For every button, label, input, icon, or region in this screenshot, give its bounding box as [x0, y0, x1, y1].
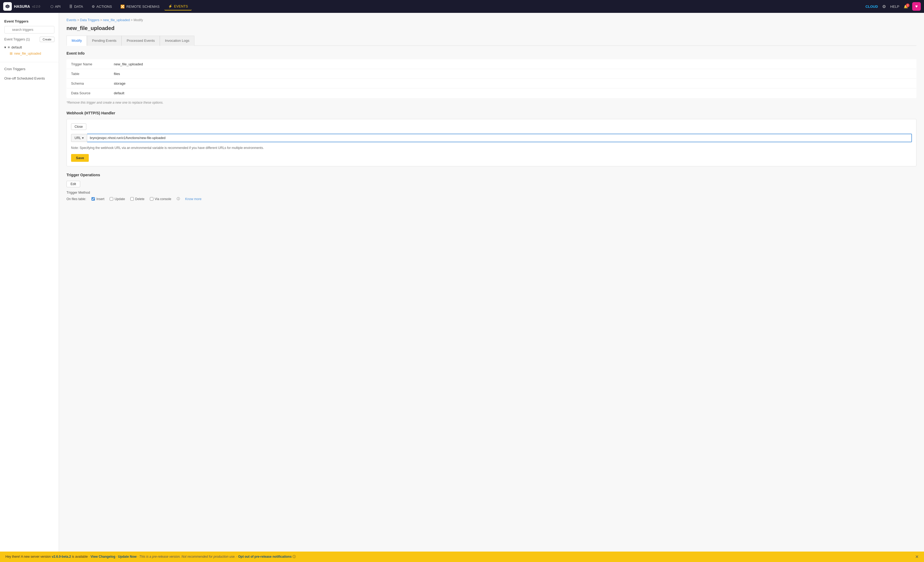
main-content: Events > Data Triggers > new_file_upload… [59, 13, 924, 562]
nav-events[interactable]: ⚡ EVENTS [164, 3, 192, 10]
info-icon-banner: ⓘ [292, 555, 296, 559]
tab-modify[interactable]: Modify [66, 36, 87, 46]
know-more-link[interactable]: Know more [185, 197, 202, 201]
cloud-link[interactable]: CLOUD [866, 4, 878, 9]
table-row: Data Source default [67, 88, 916, 98]
checkbox-via-console[interactable]: Via console [150, 197, 171, 201]
nav-api[interactable]: ⬡ API [46, 3, 64, 10]
event-info-section: Event Info Trigger Name new_file_uploade… [66, 51, 916, 105]
on-files-label: On files table: [66, 197, 86, 201]
view-changelog-link[interactable]: View Changelog [91, 555, 115, 559]
checkbox-update[interactable]: Update [110, 197, 125, 201]
breadcrumb-events[interactable]: Events [66, 18, 76, 22]
webhook-close-button[interactable]: Close [71, 124, 86, 130]
breadcrumb-trigger-name[interactable]: new_file_uploaded [103, 18, 130, 22]
save-button[interactable]: Save [71, 154, 89, 162]
data-icon: 🗄 [69, 4, 73, 9]
trigger-name-label: Trigger Name [67, 60, 110, 69]
sidebar-divider [0, 62, 59, 62]
sidebar-one-off-events[interactable]: One-off Scheduled Events [0, 74, 59, 83]
breadcrumb-current: Modify [134, 18, 143, 22]
db-group: ▾ ≡ default ⊞ new_file_uploaded [4, 44, 54, 57]
db-icon: ≡ [8, 45, 10, 49]
main-layout: Event Triggers 🔍 Event Triggers (1) Crea… [0, 13, 924, 562]
triggers-header: Event Triggers (1) Create [4, 37, 54, 42]
opt-out-link[interactable]: Opt out of pre-release notifications [238, 555, 291, 559]
info-icon: ⓘ [177, 197, 180, 201]
trigger-table-icon: ⊞ [10, 51, 13, 55]
db-header[interactable]: ▾ ≡ default [4, 44, 54, 50]
tab-processed-events[interactable]: Processed Events [122, 36, 160, 46]
update-banner: Hey there! A new server version v2.6.0-b… [0, 552, 924, 562]
pre-release-note: This is a pre-release version. Not recom… [139, 555, 236, 559]
table-row: Table files [67, 69, 916, 79]
events-icon: ⚡ [168, 4, 172, 8]
url-type-selector[interactable]: URL ▾ [71, 134, 87, 142]
app-name: HASURA [14, 4, 30, 9]
insert-checkbox[interactable] [92, 197, 95, 201]
webhook-url-input[interactable] [87, 134, 912, 142]
checkbox-insert[interactable]: Insert [92, 197, 104, 201]
schema-label: Schema [67, 79, 110, 88]
settings-icon[interactable]: ⚙ [882, 4, 886, 9]
banner-close-button[interactable]: ✕ [915, 554, 919, 559]
table-value: files [110, 69, 916, 79]
trigger-ops-section: Trigger Operations Edit Trigger Method O… [66, 173, 916, 201]
sidebar: Event Triggers 🔍 Event Triggers (1) Crea… [0, 13, 59, 562]
delete-checkbox[interactable] [130, 197, 134, 201]
breadcrumb-data-triggers[interactable]: Data Triggers [80, 18, 99, 22]
update-now-link[interactable]: Update Now [118, 555, 136, 559]
trigger-item[interactable]: ⊞ new_file_uploaded [4, 50, 54, 57]
trigger-name-label: new_file_uploaded [14, 52, 41, 55]
schema-value: storage [110, 79, 916, 88]
create-trigger-button[interactable]: Create [40, 37, 54, 42]
logo[interactable]: HASURA v2.2.0 [3, 2, 40, 11]
nav-actions[interactable]: ⚙ ACTIONS [88, 3, 116, 10]
event-triggers-section: Event Triggers 🔍 Event Triggers (1) Crea… [0, 17, 59, 60]
top-navigation: HASURA v2.2.0 ⬡ API 🗄 DATA ⚙ ACTIONS 🔀 R… [0, 0, 924, 13]
event-info-title: Event Info [66, 51, 916, 55]
data-source-label: Data Source [67, 88, 110, 98]
app-version: v2.2.0 [32, 5, 40, 8]
breadcrumb: Events > Data Triggers > new_file_upload… [66, 18, 916, 22]
api-icon: ⬡ [50, 4, 53, 9]
info-note: *Remove this trigger and create a new on… [66, 101, 916, 105]
trigger-ops-title: Trigger Operations [66, 173, 916, 177]
sidebar-title: Event Triggers [4, 19, 54, 23]
logo-box [3, 2, 12, 11]
help-link[interactable]: HELP [890, 4, 899, 9]
table-label: Table [67, 69, 110, 79]
nav-right: CLOUD ⚙ HELP 🔔 2 ♥ [866, 2, 921, 11]
notification-badge: 2 [906, 3, 909, 7]
data-source-value: default [110, 88, 916, 98]
trigger-name-value: new_file_uploaded [110, 60, 916, 69]
edit-button[interactable]: Edit [66, 181, 80, 187]
webhook-section: Webhook (HTTP/S) Handler Close URL ▾ Not… [66, 111, 916, 166]
nav-data[interactable]: 🗄 DATA [65, 3, 87, 10]
sidebar-cron-triggers[interactable]: Cron Triggers [0, 64, 59, 74]
table-row: Trigger Name new_file_uploaded [67, 60, 916, 69]
tab-invocation-logs[interactable]: Invocation Logs [160, 36, 194, 46]
heart-button[interactable]: ♥ [912, 2, 921, 11]
tabs-container: Modify Pending Events Processed Events I… [66, 36, 916, 46]
search-wrap: 🔍 [4, 26, 54, 33]
tab-pending-events[interactable]: Pending Events [87, 36, 122, 46]
via-console-checkbox[interactable] [150, 197, 153, 201]
notifications-bell[interactable]: 🔔 2 [904, 4, 908, 9]
webhook-card: Close URL ▾ Note: Specifying the webhook… [66, 119, 916, 166]
remote-schemas-icon: 🔀 [120, 4, 124, 9]
update-checkbox[interactable] [110, 197, 113, 201]
search-input[interactable] [4, 26, 54, 33]
trigger-checkboxes: On files table: Insert Update Delete Via… [66, 197, 916, 201]
nav-items: ⬡ API 🗄 DATA ⚙ ACTIONS 🔀 REMOTE SCHEMAS … [46, 3, 866, 10]
webhook-title: Webhook (HTTP/S) Handler [66, 111, 916, 115]
triggers-count-label: Event Triggers (1) [4, 37, 30, 41]
banner-text: Hey there! A new server version v2.6.0-b… [5, 555, 296, 559]
url-type-label: URL [75, 136, 81, 140]
trigger-method-label: Trigger Method [66, 190, 916, 194]
chevron-down-icon: ▾ [82, 136, 84, 140]
collapse-icon: ▾ [4, 45, 6, 49]
checkbox-delete[interactable]: Delete [130, 197, 144, 201]
table-row: Schema storage [67, 79, 916, 88]
nav-remote-schemas[interactable]: 🔀 REMOTE SCHEMAS [117, 3, 163, 10]
